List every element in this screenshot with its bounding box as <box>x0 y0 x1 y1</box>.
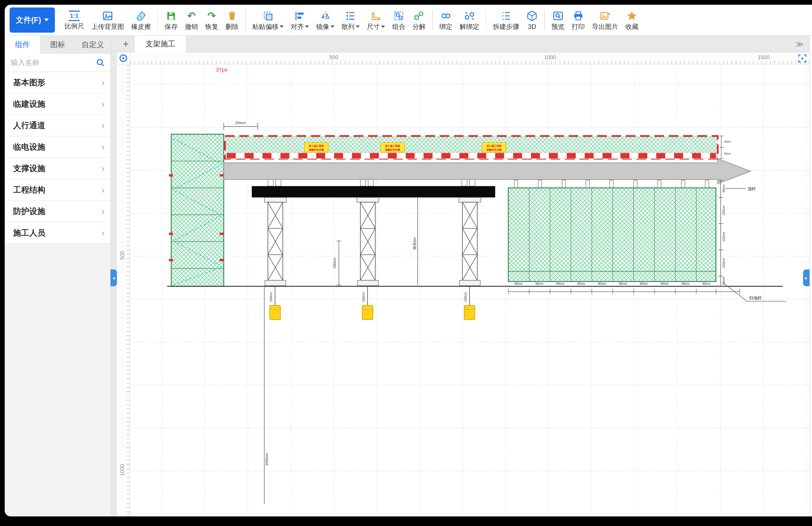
warning-sign[interactable]: 进入施工现场 请戴好安全帽 <box>482 143 506 152</box>
toolbar-label: 3D <box>528 24 536 30</box>
image-icon <box>102 10 113 21</box>
sidebar-item-temp-electric[interactable]: 临电设施› <box>5 136 111 158</box>
safety-banner[interactable]: 进入施工现场 请戴好安全帽 进入施工现场 请戴好安全帽 进入施工现场 请戴好安全… <box>225 136 731 159</box>
chevron-down-icon <box>356 26 360 28</box>
toolbar-label: 尺寸 <box>367 24 385 30</box>
group-icon <box>393 10 405 21</box>
tab-custom[interactable]: 自定义 <box>75 36 111 54</box>
add-tab-button[interactable]: + <box>117 38 135 50</box>
properties-panel: 属性 图层 名称 锁定 否 背景图 空 适配背景图 否 背景图管理 操作 <box>810 36 812 516</box>
vertical-ruler: 500 1000 <box>117 64 130 516</box>
search-icon[interactable] <box>96 58 104 67</box>
ruler-mark: 500 <box>329 54 338 60</box>
yellow-drum[interactable] <box>464 305 475 320</box>
ungroup-icon <box>413 10 425 21</box>
sidebar-item-support[interactable]: 支撑设施› <box>5 158 111 179</box>
sidebar-item-pedestrian[interactable]: 人行通道› <box>5 115 111 136</box>
eraser-icon <box>135 10 147 21</box>
upload-background-button[interactable]: 上传背景图 <box>88 6 128 34</box>
warning-sign[interactable]: 进入施工现场 请戴好安全帽 <box>304 143 328 152</box>
lattice-tower[interactable] <box>357 198 379 286</box>
sidebar-item-structures[interactable]: 工程结构› <box>5 179 111 201</box>
tab-icons[interactable]: 图标 <box>40 36 75 54</box>
preview-button[interactable]: 预览 <box>548 6 568 34</box>
undo-button[interactable]: ↶ 撤销 <box>181 6 202 34</box>
warning-sign[interactable]: 进入施工现场 请戴好安全帽 <box>381 143 405 152</box>
bind-button[interactable]: 绑定 <box>436 6 456 34</box>
redo-button[interactable]: ↷ 恢复 <box>202 6 222 34</box>
canvas-body[interactable]: 37px <box>130 64 810 516</box>
sidebar-item-temp-facilities[interactable]: 临建设施› <box>5 93 111 115</box>
toolbar-label: 散列 <box>342 24 360 30</box>
hash-button[interactable]: 散列 <box>338 6 363 34</box>
favorite-button[interactable]: 收藏 <box>622 6 642 34</box>
dim-label: 90cm <box>702 282 710 286</box>
file-menu-label: 文件(F) <box>16 15 41 25</box>
toolbar: 文件(F) 1:1 比例尺 上传背景图 橡皮擦 保存 ↶ 撤销 ↷ 恢复 <box>5 5 812 36</box>
toolbar-label: 组合 <box>392 24 405 30</box>
sidebar-collapse-handle[interactable]: ◂ <box>111 269 117 286</box>
dim-label: 90cm <box>577 282 585 286</box>
origin-target-icon <box>118 54 128 63</box>
tab-overflow-icon[interactable]: ≫ <box>795 36 803 53</box>
panel-collapse-handle[interactable]: ▸ <box>803 269 810 286</box>
chevron-right-icon: › <box>102 77 104 88</box>
file-menu-button[interactable]: 文件(F) <box>10 8 55 32</box>
toolbar-label: 撤销 <box>185 24 198 30</box>
sidebar-item-protection[interactable]: 防护设施› <box>5 201 111 222</box>
yellow-drum[interactable] <box>270 305 280 320</box>
ruler-mark: 1000 <box>544 54 556 60</box>
dim-label: 35cm <box>722 277 725 285</box>
3d-button[interactable]: 3D <box>523 6 541 34</box>
sidebar-tabs: 组件 图标 自定义 <box>5 36 111 54</box>
align-button[interactable]: 对齐 <box>287 6 313 34</box>
export-image-button[interactable]: 导出图片 <box>589 6 622 34</box>
tab-scaffold-construction[interactable]: 支架施工 <box>135 35 187 52</box>
chevron-down-icon <box>331 26 334 28</box>
property-row-font-size: 字体大小 24 <box>810 331 812 348</box>
construction-diagram[interactable]: 进入施工现场 请戴好安全帽 进入施工现场 请戴好安全帽 进入施工现场 请戴好安全… <box>130 64 810 516</box>
right-scaffold-mesh[interactable] <box>508 188 716 281</box>
yellow-drum[interactable] <box>362 305 373 320</box>
mirror-button[interactable]: 镜像 <box>313 6 338 34</box>
lattice-tower[interactable] <box>264 198 286 286</box>
toolbar-label: 橡皮擦 <box>131 24 151 30</box>
steps-list-icon <box>501 10 512 21</box>
category-label: 人行通道 <box>13 120 102 131</box>
toolbar-label: 对齐 <box>291 24 309 30</box>
left-scaffold[interactable] <box>169 134 224 287</box>
dim-label: 90cm <box>514 282 522 286</box>
toolbar-label: 收藏 <box>625 24 639 30</box>
unbind-button[interactable]: 解绑定 <box>456 6 483 34</box>
property-row-frame-size: 制图框尺寸 自定义 <box>810 201 812 217</box>
scale-ruler-button[interactable]: 1:1 比例尺 <box>61 6 88 34</box>
lattice-tower[interactable] <box>459 198 481 286</box>
size-button[interactable]: 尺寸 <box>363 6 389 34</box>
sidebar-item-basic-shapes[interactable]: 基本图形› <box>5 72 111 93</box>
toolbar-separator <box>158 10 158 30</box>
chevron-down-icon <box>381 26 385 28</box>
girder-beam[interactable] <box>252 186 495 198</box>
build-steps-button[interactable]: 拆建步骤 <box>490 6 523 34</box>
toolbar-label: 导出图片 <box>592 24 618 30</box>
dim-label: 100cm <box>362 292 365 302</box>
paste-offset-button[interactable]: 粘贴偏移 <box>249 6 287 34</box>
save-button[interactable]: 保存 <box>161 6 182 34</box>
delete-button[interactable]: 删除 <box>222 6 242 34</box>
property-row-border-width: 边框宽度 <box>810 282 812 299</box>
group-button[interactable]: 组合 <box>389 6 409 34</box>
eraser-button[interactable]: 橡皮擦 <box>128 6 155 34</box>
fit-view-icon[interactable] <box>798 54 807 63</box>
dim-label: 90cm <box>661 282 669 286</box>
dim-label: 120cm <box>722 232 725 242</box>
tab-components[interactable]: 组件 <box>5 36 40 54</box>
tab-properties[interactable]: 属性 <box>810 36 812 54</box>
sidebar-item-workers[interactable]: 施工人员› <box>5 222 111 244</box>
search-input[interactable]: 输入名称 <box>11 58 96 68</box>
dim-label: 90cm <box>598 282 606 286</box>
property-rows: 名称 锁定 否 背景图 空 适配背景图 否 背景图管理 操作 网格吸附 否 <box>810 54 812 397</box>
svg-text:进入施工现场: 进入施工现场 <box>385 145 400 147</box>
print-button[interactable]: 打印 <box>568 6 589 34</box>
ungroup-button[interactable]: 分解 <box>409 6 429 34</box>
ruler-corner[interactable] <box>117 53 130 64</box>
